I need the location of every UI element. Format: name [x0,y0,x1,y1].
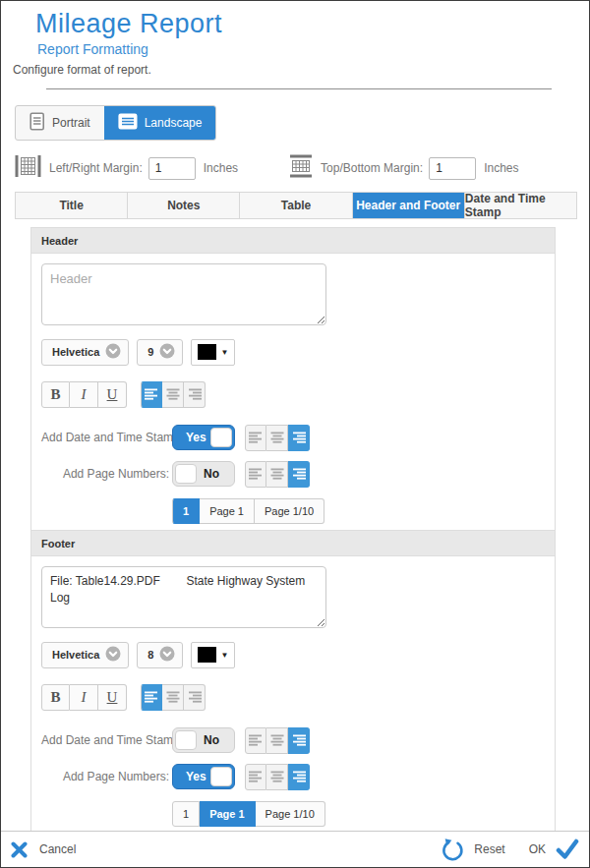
toggle-knob [175,464,197,484]
page-title: Mileage Report [35,9,222,39]
header-font-size-select[interactable]: 9 [137,339,183,366]
landscape-page-icon [118,112,138,134]
header-section-title: Header [31,228,555,254]
chevron-down-icon [159,646,175,664]
header-font-size-value: 9 [148,346,153,358]
header-page-numbers-align-center-button[interactable] [266,461,288,488]
header-section-panel: Header Helvetica 9 ▼ B [30,227,556,535]
header-page-format-number-button[interactable]: 1 [172,498,200,524]
page-description: Configure format of report. [13,63,151,77]
ok-button[interactable]: OK [529,842,546,856]
header-page-numbers-align-left-button[interactable] [245,461,266,488]
footer-section-panel: Footer File: Table14.29.PDF State Highwa… [30,530,556,838]
portrait-button[interactable]: Portrait [16,106,104,140]
footer-page-numbers-align-center-button[interactable] [266,764,288,790]
header-bold-button[interactable]: B [41,381,70,408]
toggle-state-text: Yes [186,770,206,783]
toggle-knob [210,767,232,786]
action-bar: Cancel Reset OK [1,831,589,867]
top-bottom-margin-label: Top/Bottom Margin: [321,161,423,175]
caret-down-icon: ▼ [220,348,228,357]
footer-font-size-select[interactable]: 8 [137,642,183,668]
footer-page-format-page-n-of-m-button[interactable]: Page 1/10 [256,801,325,827]
footer-align-right-button[interactable] [184,684,206,711]
toggle-knob [210,428,232,447]
footer-date-stamp-row: Add Date and Time Stamp: No [41,726,545,754]
header-date-stamp-align-left-button[interactable] [245,425,266,451]
footer-italic-button[interactable]: I [70,684,98,711]
top-bottom-margin-input[interactable] [429,157,476,180]
tab-table[interactable]: Table [240,193,352,218]
top-bottom-margin-icon [289,154,313,182]
reset-icon[interactable] [441,838,464,862]
footer-date-stamp-align-center-button[interactable] [266,727,288,754]
header-date-stamp-toggle[interactable]: Yes [172,425,235,450]
footer-page-format-number-button[interactable]: 1 [172,801,200,827]
chevron-down-icon [105,646,121,664]
tab-title[interactable]: Title [16,193,128,218]
report-formatting-dialog: Mileage Report Report Formatting Configu… [0,0,590,868]
footer-date-stamp-align-left-button[interactable] [245,727,266,754]
footer-date-stamp-align-right-button[interactable] [288,727,310,754]
footer-underline-button[interactable]: U [98,684,127,711]
left-right-margin-icon [15,155,41,181]
portrait-page-icon [30,112,45,134]
footer-date-stamp-toggle[interactable]: No [172,727,235,753]
footer-page-numbers-align-right-button[interactable] [288,764,310,790]
footer-style-row: B I U [41,683,545,711]
footer-align-left-button[interactable] [141,684,162,711]
header-font-family-select[interactable]: Helvetica [41,339,129,366]
footer-text-input[interactable]: File: Table14.29.PDF State Highway Syste… [41,566,326,628]
tab-notes[interactable]: Notes [128,193,240,218]
header-date-stamp-align-center-button[interactable] [266,425,288,451]
footer-page-numbers-label: Add Page Numbers: [41,770,169,783]
header-page-format-page-n-of-m-button[interactable]: Page 1/10 [255,498,324,524]
toggle-state-text: No [204,733,219,747]
footer-font-color-picker[interactable]: ▼ [191,642,235,668]
color-swatch [198,647,216,663]
header-style-row: B I U [41,380,545,408]
header-page-numbers-toggle[interactable]: No [172,461,235,487]
chevron-down-icon [159,343,175,361]
footer-font-family-value: Helvetica [52,649,99,661]
top-bottom-margin-unit: Inches [484,161,518,175]
header-date-stamp-label: Add Date and Time Stamp: [41,431,169,444]
reset-button[interactable]: Reset [474,842,504,856]
page-subtitle: Report Formatting [37,41,148,57]
header-page-numbers-label: Add Page Numbers: [41,467,169,481]
header-align-right-button[interactable] [184,381,206,408]
cancel-button[interactable]: Cancel [39,842,76,856]
header-align-center-button[interactable] [162,381,184,408]
header-date-stamp-row: Add Date and Time Stamp: Yes [41,424,545,451]
cancel-x-icon[interactable] [11,841,28,858]
left-right-margin-unit: Inches [204,161,238,175]
footer-align-center-button[interactable] [162,684,184,711]
tab-header-and-footer[interactable]: Header and Footer [353,193,465,218]
portrait-label: Portrait [52,116,90,130]
header-page-format-page-n-button[interactable]: Page 1 [200,498,255,524]
footer-page-numbers-toggle[interactable]: Yes [172,764,235,789]
footer-page-numbers-align-left-button[interactable] [245,764,266,790]
footer-font-family-select[interactable]: Helvetica [41,642,129,668]
landscape-button[interactable]: Landscape [104,106,216,140]
landscape-label: Landscape [145,116,203,130]
left-right-margin-input[interactable] [148,157,196,180]
footer-date-stamp-label: Add Date and Time Stamp: [41,733,169,747]
tab-date-time-stamp[interactable]: Date and Time Stamp [465,193,576,218]
footer-font-size-value: 8 [148,649,153,661]
footer-page-format-page-n-button[interactable]: Page 1 [200,801,255,827]
left-right-margin-label: Left/Right Margin: [49,161,143,175]
footer-bold-button[interactable]: B [41,684,70,711]
ok-check-icon[interactable] [556,839,579,860]
header-page-numbers-align-right-button[interactable] [288,461,310,488]
tab-bar: Title Notes Table Header and Footer Date… [15,192,577,219]
header-date-stamp-align-right-button[interactable] [288,425,310,451]
header-font-color-picker[interactable]: ▼ [191,339,235,366]
margins-row: Left/Right Margin: Inches Top/Bottom Mar… [15,154,518,182]
header-align-left-button[interactable] [141,381,162,408]
header-page-numbers-row: Add Page Numbers: No [41,460,545,488]
header-underline-button[interactable]: U [98,381,127,408]
header-italic-button[interactable]: I [70,381,98,408]
header-text-input[interactable] [41,263,326,325]
footer-section-title: Footer [31,531,555,556]
